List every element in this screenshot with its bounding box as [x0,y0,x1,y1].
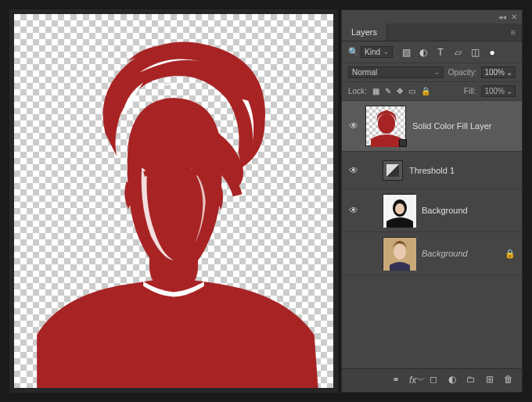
blend-mode-value: Normal [352,68,377,77]
layers-tab[interactable]: Layers [342,23,387,41]
new-adjustment-icon[interactable]: ◐ [447,374,458,387]
visibility-toggle-icon[interactable]: 👁 [348,120,359,131]
layer-thumbnail[interactable] [383,194,415,227]
filter-shape-icon[interactable]: ▱ [452,47,463,58]
link-layers-icon[interactable]: ⚭ [390,374,401,387]
layer-filter-row: 🔍 Kind ⌄ ▧ ◐ T ▱ ◫ ● [342,41,522,63]
delete-layer-icon[interactable]: 🗑 [503,374,514,387]
layer-thumbnail[interactable] [365,106,406,146]
fill-input[interactable]: 100% ⌄ [481,85,516,97]
svg-point-6 [395,203,404,214]
lock-image-icon[interactable]: ✎ [385,87,391,95]
svg-point-0 [149,181,162,188]
chevron-down-icon: ⌄ [383,48,389,56]
visibility-toggle-icon[interactable]: 👁 [348,205,359,216]
layer-name[interactable]: Threshold 1 [409,166,455,175]
svg-point-8 [394,244,406,260]
layer-name[interactable]: Solid Color Fill Layer [412,121,491,131]
layer-row[interactable]: 👁 Threshold 1 [342,152,522,189]
lock-artboard-icon[interactable]: ▭ [408,87,415,95]
mask-indicator-icon [399,139,407,147]
layer-effects-icon[interactable]: fx﹀ [409,374,420,387]
collapse-icon[interactable]: ◂◂ [498,13,506,21]
layer-thumbnail[interactable] [383,237,415,270]
opacity-input[interactable]: 100% ⌄ [481,66,516,78]
new-layer-icon[interactable]: ⊞ [484,374,495,387]
chevron-down-icon: ⌄ [434,69,440,76]
close-panel-icon[interactable]: ✕ [511,13,517,21]
blend-mode-dropdown[interactable]: Normal ⌄ [348,66,444,78]
blend-mode-row: Normal ⌄ Opacity: 100% ⌄ [342,63,522,82]
filter-adjustment-icon[interactable]: ◐ [418,47,429,58]
canvas-content [14,14,333,388]
layers-panel: ◂◂ ✕ Layers ≡ 🔍 Kind ⌄ ▧ ◐ T ▱ ◫ ● [341,9,523,393]
layer-thumbnail[interactable] [383,160,403,181]
layer-list: 👁 Solid Color Fill Layer 👁 Threshold 1 👁 [342,101,522,368]
lock-icon: 🔒 [505,249,516,259]
filter-smart-icon[interactable]: ◫ [469,47,480,58]
lock-label: Lock: [348,87,367,95]
layer-row[interactable]: 👁 Solid Color Fill Layer [342,101,522,152]
layer-name[interactable]: Background [422,249,468,258]
layer-name[interactable]: Background [422,206,468,215]
svg-point-1 [185,181,199,188]
visibility-toggle-icon[interactable]: 👁 [348,165,359,176]
fill-label: Fill: [464,87,476,95]
svg-point-2 [378,113,395,134]
opacity-value: 100% [484,68,505,77]
search-icon: 🔍 [348,47,359,57]
chevron-down-icon: ⌄ [506,68,512,77]
filter-pixel-icon[interactable]: ▧ [401,47,412,58]
add-mask-icon[interactable]: ◻ [428,374,439,387]
layer-row[interactable]: 👁 Background [342,189,522,232]
chevron-down-icon: ⌄ [506,87,512,95]
lock-transparency-icon[interactable]: ▦ [372,87,379,95]
lock-all-icon[interactable]: 🔒 [421,87,430,95]
filter-type-icon[interactable]: T [435,47,446,58]
filter-search[interactable]: 🔍 Kind ⌄ [348,46,393,58]
filter-toggle-icon[interactable]: ● [487,47,498,58]
opacity-label: Opacity: [448,68,477,77]
filter-kind-dropdown[interactable]: Kind ⌄ [361,46,393,58]
lock-row: Lock: ▦ ✎ ✥ ▭ 🔒 Fill: 100% ⌄ [342,82,522,101]
fill-value: 100% [484,87,505,95]
lock-position-icon[interactable]: ✥ [397,87,403,95]
new-group-icon[interactable]: 🗀 [466,374,476,387]
canvas-area[interactable] [9,9,338,393]
layer-actions-bar: ⚭ fx﹀ ◻ ◐ 🗀 ⊞ 🗑 [342,368,522,392]
filter-kind-label: Kind [365,48,380,56]
layer-row[interactable]: Background 🔒 [342,232,522,275]
panel-menu-icon[interactable]: ≡ [505,23,522,41]
